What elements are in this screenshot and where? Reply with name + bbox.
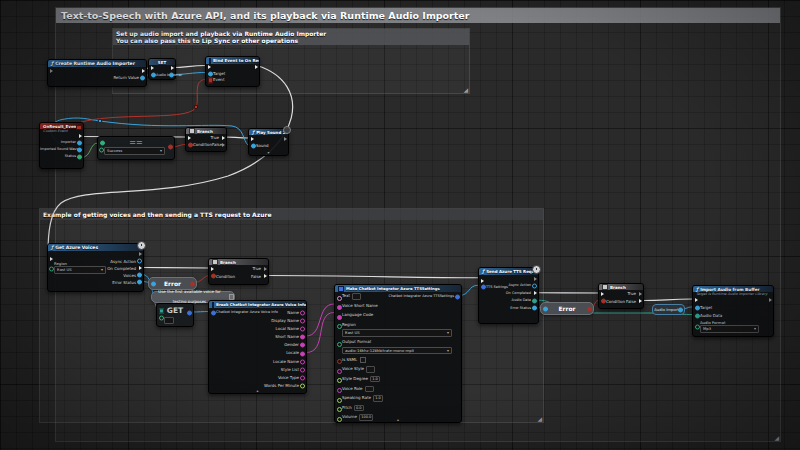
exec-out-pin[interactable] [769,298,772,302]
exec-in-pin[interactable] [601,292,604,296]
value-field[interactable]: 1.0 [373,395,383,402]
output-pin[interactable] [139,266,142,270]
output-pin[interactable] [300,351,305,356]
enum-dropdown[interactable]: Success [104,147,165,155]
bool-out-pin[interactable] [168,145,173,150]
array-in-pin[interactable] [159,308,164,313]
node-import-audio-from-buffer[interactable]: ƒImport Audio from Buffer Target is Runt… [692,285,774,337]
collapse-icon[interactable]: ▴ [209,389,306,393]
input-pin[interactable] [337,305,342,310]
input-pin[interactable] [337,398,342,403]
value-field[interactable] [365,386,374,393]
node-onresult-event[interactable]: OnResult_Event Custom Event Importer Imp… [39,122,84,169]
exec-in-pin[interactable] [151,66,154,70]
status-in-pin[interactable] [151,281,156,286]
delegate-out-pin[interactable] [76,125,82,131]
node-array-get[interactable]: GET [156,303,194,327]
audio-importer-pin[interactable] [151,72,156,77]
index-pin[interactable] [159,316,164,321]
output-pin[interactable] [534,291,537,295]
true-pin[interactable] [264,267,267,271]
input-pin[interactable] [337,342,342,347]
exec-in-pin[interactable] [50,69,53,73]
sound-pin[interactable] [251,143,256,148]
bool-out-pin[interactable] [587,306,592,311]
reroute-node[interactable] [194,105,198,109]
output-pin[interactable] [300,376,305,381]
true-pin[interactable] [222,136,225,140]
value-field[interactable] [360,357,366,363]
output-pin[interactable] [300,326,305,331]
input-pin[interactable] [337,359,342,364]
exec-in-pin[interactable] [251,137,254,141]
node-branch-3[interactable]: Branch True ConditionFalse [598,283,644,309]
node-equal-enum[interactable]: == Success [97,136,175,160]
enum-in-pin[interactable] [100,141,105,146]
bool-out-pin[interactable] [190,281,195,286]
condition-pin[interactable] [211,274,216,279]
output-pin[interactable] [300,335,305,340]
exec-in-pin[interactable] [695,298,698,302]
output-pin[interactable] [77,140,82,145]
reroute-node[interactable] [98,119,102,123]
input-pin[interactable] [337,315,342,320]
input-pin[interactable] [337,324,342,329]
input-pin[interactable] [337,388,342,393]
value-field[interactable] [352,293,361,300]
output-pin[interactable] [77,154,82,159]
input-pin[interactable] [337,407,342,412]
dropdown[interactable]: audio-16khz-128kbitrate-mono-mp3 [342,347,452,355]
node-get-azure-voices[interactable]: ƒGet Azure Voices Region East US Async A… [47,243,144,292]
event-delegate-pin[interactable] [208,78,214,84]
node-break-azure-voice-info[interactable]: Break Chatbot Integrator Azure Voice Inf… [208,300,307,394]
exec-out-pin[interactable] [255,65,258,69]
output-pin[interactable] [77,147,82,152]
output-pin[interactable] [300,310,305,315]
output-pin[interactable] [300,343,305,348]
node-bind-event-to-on-result[interactable]: Bind Event to On Result Target Event [205,56,260,87]
output-pin[interactable] [532,283,537,288]
exec-out-pin[interactable] [284,137,287,141]
false-pin[interactable] [264,274,267,278]
value-out-pin[interactable] [678,307,683,312]
node-set-audio-importer[interactable]: SET Audio Importer [148,58,176,80]
value-out-pin[interactable] [169,72,174,77]
output-pin[interactable] [532,298,537,303]
exec-out-pin[interactable] [171,66,174,70]
audio-format-dropdown[interactable]: Mp3 [700,325,759,333]
exec-out-pin[interactable] [142,69,145,73]
output-pin[interactable] [300,367,305,372]
exec-out-pin[interactable] [79,134,82,138]
value-field[interactable] [366,366,375,373]
target-pin[interactable] [695,306,700,311]
value-field[interactable]: 1.0 [370,376,380,383]
output-pin[interactable] [137,273,142,278]
input-pin[interactable] [337,296,342,301]
node-make-azure-tts-settings[interactable]: Make Chatbot Integrator Azure TTSSetting… [334,284,462,423]
node-error-macro-2[interactable]: Error [540,302,594,315]
exec-in-pin[interactable] [188,136,191,140]
audio-data-pin[interactable] [695,314,700,319]
condition-pin[interactable] [601,299,606,304]
false-pin[interactable] [639,299,642,303]
output-pin[interactable] [300,359,305,364]
dropdown[interactable]: East US [342,329,452,337]
exec-in-pin[interactable] [211,267,214,271]
audio-format-pin[interactable] [695,325,700,330]
return-value-pin[interactable] [140,75,145,80]
enum-compare-pin[interactable] [99,148,104,153]
node-audio-importer-getter[interactable]: Audio Importer [652,304,685,315]
target-pin[interactable] [208,71,213,76]
element-out-pin[interactable] [187,311,192,316]
input-pin[interactable] [337,369,342,374]
node-send-azure-tts-request[interactable]: ƒSend Azure TTS Request TTS Settings Asy… [478,267,539,324]
true-pin[interactable] [639,292,642,296]
node-create-runtime-audio-importer[interactable]: ƒCreate Runtime Audio Importer Return Va… [47,59,147,87]
exec-out-pin[interactable] [534,277,537,281]
status-in-pin[interactable] [543,306,548,311]
condition-pin[interactable] [188,142,193,147]
value-field[interactable]: 0.0 [354,405,364,412]
output-pin[interactable] [532,306,537,311]
node-play-sound-2d[interactable]: ƒPlay Sound 2D Sound ▾ [248,128,289,156]
node-branch-1[interactable]: Branch True ConditionFalse [185,127,227,152]
